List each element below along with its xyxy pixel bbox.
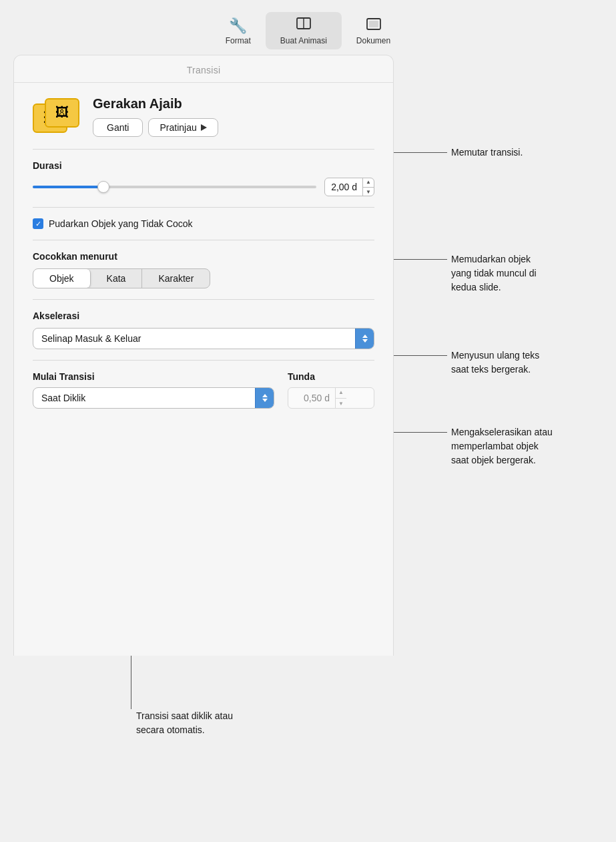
pratinjau-button[interactable]: Pratinjau xyxy=(148,118,218,137)
transisi-diklik-text: Transisi saat diklik atau secara otomati… xyxy=(131,709,233,737)
seg-kata[interactable]: Kata xyxy=(91,269,143,288)
transition-buttons: Ganti Pratinjau xyxy=(93,118,218,137)
checkmark-icon: ✓ xyxy=(35,220,41,228)
annotations-container: Memutar transisi. Memudarkan objek yang … xyxy=(394,55,616,522)
menyusun-text: Menyusun ulang teks saat teks bergerak. xyxy=(447,349,539,377)
memudarkan-line xyxy=(394,259,447,260)
panel: Transisi 🖼 🖼 Gerakan Ajaib xyxy=(13,55,394,656)
annotation-mengakselerasi: Mengakselerasikan atau memperlambat obje… xyxy=(394,425,553,467)
transition-name: Gerakan Ajaib xyxy=(93,96,218,112)
annotation-memutar: Memutar transisi. xyxy=(394,147,523,158)
divider-5 xyxy=(33,360,374,361)
vertical-line-bottom xyxy=(131,656,131,709)
divider-4 xyxy=(33,299,374,300)
divider-3 xyxy=(33,240,374,240)
seg-karakter[interactable]: Karakter xyxy=(142,269,210,288)
duration-row: 2,00 d ▲ ▼ xyxy=(33,178,374,196)
tunda-stepper-arrows: ▲ ▼ xyxy=(335,387,346,409)
mulai-label: Mulai Transisi xyxy=(33,371,274,382)
play-icon xyxy=(201,124,207,131)
toolbar: 🔧 Format Buat Animasi Dokumen xyxy=(118,0,499,55)
memudarkan-text: Memudarkan objek yang tidak muncul di ke… xyxy=(447,252,537,294)
divider-2 xyxy=(33,207,374,208)
annotation-menyusun: Menyusun ulang teks saat teks bergerak. xyxy=(394,349,539,377)
tunda-value: 0,50 d xyxy=(288,393,335,403)
slider-fill xyxy=(33,186,103,188)
cocokkan-label: Cocokkan menurut xyxy=(33,251,374,262)
menyusun-line xyxy=(394,355,447,356)
panel-body: 🖼 🖼 Gerakan Ajaib Ganti Pratinjau xyxy=(14,83,393,425)
duration-decrement[interactable]: ▼ xyxy=(363,188,374,197)
bottom-annotation-area: Transisi saat diklik atau secara otomati… xyxy=(0,656,616,682)
tunda-col: Tunda 0,50 d ▲ ▼ xyxy=(288,371,374,409)
memutar-text: Memutar transisi. xyxy=(447,147,523,158)
animasi-icon xyxy=(295,16,312,33)
tunda-label: Tunda xyxy=(288,371,374,382)
mulai-arrow-down-icon xyxy=(262,399,268,402)
mulai-dropdown: Saat Diklik xyxy=(33,387,274,409)
memutar-line xyxy=(394,152,447,153)
annotation-memudarkan: Memudarkan objek yang tidak muncul di ke… xyxy=(394,252,537,294)
arrow-up-icon xyxy=(362,335,368,338)
divider-1 xyxy=(33,149,374,150)
dokumen-icon xyxy=(366,17,382,33)
akselerasi-dropdown: Selinap Masuk & Keluar xyxy=(33,328,374,349)
arrow-down-icon xyxy=(362,339,368,343)
slider-thumb[interactable] xyxy=(97,181,109,193)
page: 🔧 Format Buat Animasi Dokumen xyxy=(0,0,616,842)
format-icon: 🔧 xyxy=(229,19,247,33)
animasi-label: Buat Animasi xyxy=(280,36,327,45)
tunda-stepper: 0,50 d ▲ ▼ xyxy=(288,387,374,409)
duration-increment[interactable]: ▲ xyxy=(363,178,374,188)
mulai-tunda-row: Mulai Transisi Saat Diklik xyxy=(33,371,374,409)
transition-icon: 🖼 🖼 xyxy=(33,98,81,136)
format-label: Format xyxy=(226,36,251,45)
transition-info: Gerakan Ajaib Ganti Pratinjau xyxy=(93,96,218,137)
checkbox-label: Pudarkan Objek yang Tidak Cocok xyxy=(49,218,193,229)
toolbar-item-animasi[interactable]: Buat Animasi xyxy=(266,12,342,49)
dropdown-arrows xyxy=(362,335,368,343)
duration-label: Durasi xyxy=(33,160,374,171)
duration-value: 2,00 d xyxy=(325,182,362,192)
checkbox-pudarkan[interactable]: ✓ xyxy=(33,218,43,229)
checkbox-row: ✓ Pudarkan Objek yang Tidak Cocok xyxy=(33,218,374,229)
toolbar-item-format[interactable]: 🔧 Format xyxy=(211,15,266,49)
segmented-control-cocokkan: Objek Kata Karakter xyxy=(33,268,210,288)
mulai-arrow-up-icon xyxy=(262,394,268,397)
mulai-arrows xyxy=(262,394,268,402)
akselerasi-label: Akselerasi xyxy=(33,310,374,321)
mengakselerasi-line xyxy=(394,432,447,433)
mulai-col: Mulai Transisi Saat Diklik xyxy=(33,371,274,409)
toolbar-item-dokumen[interactable]: Dokumen xyxy=(342,13,405,49)
dokumen-label: Dokumen xyxy=(356,36,390,45)
svg-rect-3 xyxy=(369,21,378,27)
mulai-dropdown-arrow[interactable] xyxy=(255,387,274,409)
mulai-value: Saat Diklik xyxy=(33,393,255,403)
card-front: 🖼 xyxy=(45,98,79,128)
transition-header: 🖼 🖼 Gerakan Ajaib Ganti Pratinjau xyxy=(33,96,374,137)
seg-objek[interactable]: Objek xyxy=(33,269,91,288)
duration-stepper-arrows: ▲ ▼ xyxy=(362,178,374,196)
duration-slider[interactable] xyxy=(33,186,316,188)
panel-title: Transisi xyxy=(14,55,393,82)
tunda-increment[interactable]: ▲ xyxy=(336,387,346,399)
akselerasi-value: Selinap Masuk & Keluar xyxy=(33,333,355,344)
ganti-button[interactable]: Ganti xyxy=(93,118,143,137)
mengakselerasi-text: Mengakselerasikan atau memperlambat obje… xyxy=(447,425,553,467)
tunda-decrement[interactable]: ▼ xyxy=(336,399,346,409)
duration-stepper: 2,00 d ▲ ▼ xyxy=(324,178,374,196)
akselerasi-dropdown-arrow[interactable] xyxy=(355,328,374,349)
